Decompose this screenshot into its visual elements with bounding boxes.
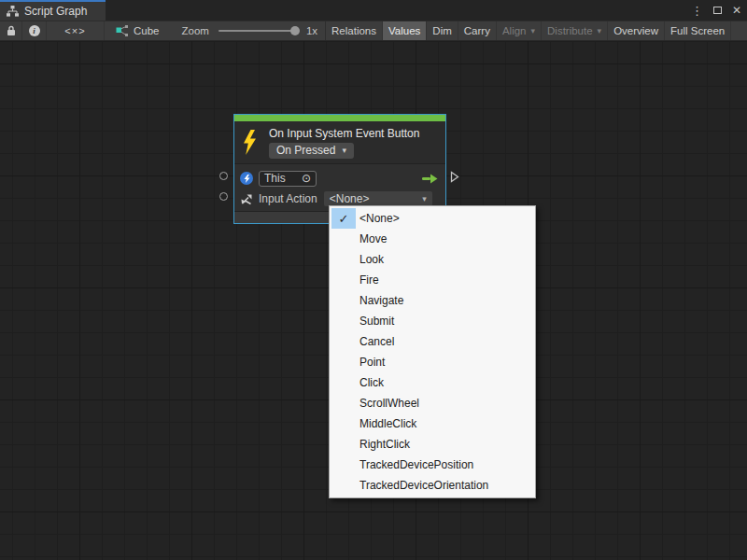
menu-item[interactable]: ✓ Fire [330,270,535,290]
menu-item[interactable]: ✓ Click [330,372,535,393]
input-port-trigger[interactable] [219,172,228,180]
script-graph-window: Script Graph ⋮ ✕ i <×> [0,0,747,560]
menu-item[interactable]: ✓ Navigate [330,290,535,311]
chevron-down-icon: ▾ [530,26,535,35]
menu-item[interactable]: ✓ RightClick [330,434,535,455]
info-icon: i [29,25,40,36]
menu-item[interactable]: ✓ Move [330,229,535,249]
toolbar-button[interactable]: Values ▾ [383,21,427,40]
toolbar-button[interactable]: Overview ▾ [608,21,665,40]
tab-title: Script Graph [24,5,87,18]
menu-item[interactable]: ✓ Look [330,249,535,270]
menu-item[interactable]: ✓ Point [330,352,535,372]
zoom-control: Zoom 1x [182,21,326,40]
toolbar-button[interactable]: Relations ▾ [326,21,383,40]
tab-bar: Script Graph ⋮ ✕ [0,0,747,21]
close-icon[interactable]: ✕ [732,5,741,16]
flow-arrow-icon [421,174,438,184]
output-port-flow[interactable] [450,171,459,183]
node-color-bar [234,115,445,121]
chevron-down-icon: ▾ [342,146,346,155]
graph-object-button[interactable]: Cube [105,21,169,40]
menu-item[interactable]: ✓ Cancel [330,331,535,352]
node-title: On Input System Event Button [269,127,419,140]
input-action-dropdown-menu: ✓ <None> ✓ Move ✓ Look ✓ [329,205,536,498]
input-port-action[interactable] [219,192,228,201]
chevron-down-icon: ▾ [598,26,602,35]
zoom-slider-handle[interactable] [290,26,300,35]
chevron-down-icon: ▾ [422,194,427,203]
info-button[interactable]: i [22,21,47,40]
graph-node-icon [116,25,128,36]
zoom-level-value: 1x [306,25,317,36]
input-action-dropdown[interactable]: <None> ▾ [324,191,432,206]
node-row-this: This ⊙ [234,168,445,189]
check-icon: ✓ [331,208,356,229]
menu-item[interactable]: ✓ ScrollWheel [330,393,535,413]
menu-item[interactable]: ✓ TrackedDevicePosition [330,455,535,475]
lock-icon [7,25,16,36]
event-type-dropdown[interactable]: On Pressed ▾ [269,143,354,159]
toolbar-toggle-group: Relations ▾ Values ▾ Dim ▾ Carry ▾ Align… [325,21,731,40]
menu-item[interactable]: ✓ Submit [330,311,535,331]
window-controls: ⋮ ✕ [691,0,741,21]
toolbar-button[interactable]: Align ▾ [497,21,542,40]
window-menu-icon[interactable]: ⋮ [691,5,703,17]
input-action-label: Input Action [259,192,317,205]
tab-script-graph[interactable]: Script Graph [0,0,106,21]
lock-button[interactable] [0,21,22,40]
event-target-icon [240,172,253,185]
menu-item[interactable]: ✓ TrackedDeviceOrientation [330,475,535,496]
graph-object-label: Cube [134,25,160,36]
node-header: On Input System Event Button On Pressed … [234,121,445,164]
maximize-icon[interactable] [713,7,722,14]
lightning-icon [242,130,258,155]
graph-canvas[interactable]: On Input System Event Button On Pressed … [0,41,747,560]
toolbar-button[interactable]: Distribute ▾ [542,21,608,40]
menu-item[interactable]: ✓ MiddleClick [330,413,535,434]
toolbar-button[interactable]: Carry ▾ [458,21,497,40]
object-picker-icon[interactable]: ⊙ [302,173,311,184]
input-action-icon [240,193,253,205]
zoom-to-fit-button[interactable]: <×> [47,21,105,40]
zoom-label: Zoom [182,25,209,36]
toolbar-button[interactable]: Dim ▾ [427,21,458,40]
toolbar-button[interactable]: Full Screen ▾ [665,21,731,40]
this-object-field[interactable]: This ⊙ [259,171,317,187]
menu-item[interactable]: ✓ <None> [330,208,535,229]
graph-hierarchy-icon [7,6,19,17]
graph-toolbar: i <×> Cube Zoom 1x Relat [0,21,747,41]
zoom-slider[interactable] [218,30,299,32]
